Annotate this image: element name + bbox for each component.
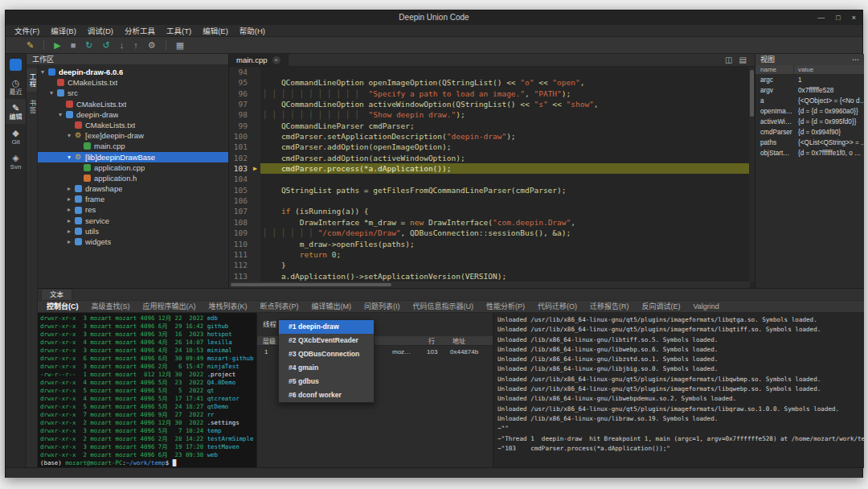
tree-item[interactable]: ▾deepin-draw-6.0.6 — [38, 67, 228, 77]
code-line-94[interactable]: 94 — [229, 67, 750, 77]
bottom-tab[interactable]: 代码信息指示器(U) — [407, 300, 480, 313]
restart-icon[interactable]: ↻ — [85, 41, 92, 50]
bottom-tab[interactable]: 迁移报告(R) — [584, 300, 635, 313]
tree-item[interactable]: ▾⚙[lib]deepinDrawBase — [38, 152, 228, 162]
tree-item[interactable]: ▸utils — [38, 226, 228, 236]
bottom-tab[interactable]: 堆栈列表(K) — [203, 300, 253, 313]
editor-hscrollbar[interactable] — [229, 281, 750, 288]
tree-item[interactable]: ▸drawshape — [38, 183, 228, 194]
settings-icon[interactable]: ⚙ — [148, 41, 156, 50]
bottom-tab[interactable]: 性能分析(P) — [481, 300, 530, 313]
tree-item[interactable]: ▸widgets — [38, 236, 228, 247]
tree-item[interactable]: application.h — [38, 173, 228, 183]
expand-arrow-icon[interactable]: ▾ — [41, 67, 48, 77]
thread-option[interactable]: #1 deepin-draw — [279, 320, 374, 334]
more-icon[interactable]: ⋯ — [852, 54, 859, 65]
expand-arrow-icon[interactable]: ▾ — [50, 88, 57, 98]
code-line-106[interactable]: 106 — [229, 195, 750, 206]
stop-icon[interactable]: ■ — [71, 41, 76, 50]
tree-item[interactable]: ▸frame — [38, 194, 228, 204]
run-icon[interactable]: ▶ — [54, 41, 60, 50]
menu-item[interactable]: 文件(F) — [9, 25, 45, 37]
variable-row[interactable]: paths{<QList<QString>> = … — [755, 138, 864, 148]
thread-option[interactable]: #2 QXcbEventReader — [279, 334, 374, 347]
variable-row[interactable]: a{<QObject> = {<No d… — [755, 96, 864, 106]
tree-item[interactable]: CMakeLists.txt — [38, 77, 228, 88]
code-line-103[interactable]: 103▶ cmdParser.process(*a.dApplication()… — [229, 163, 750, 174]
vscrollbar-thumb[interactable] — [750, 70, 754, 117]
titlebar[interactable]: Deepin Union Code — □ × — [6, 10, 862, 25]
sidebar-item-git[interactable]: ◆Git — [6, 124, 26, 149]
tree-item[interactable]: CMakeLists.txt — [38, 120, 228, 130]
hscrollbar-thumb[interactable] — [231, 283, 391, 286]
code-line-111[interactable]: 111 return 0; — [229, 249, 750, 260]
variable-row[interactable]: openIma…{d = {d = 0x9960a0}} — [755, 106, 864, 117]
tab-main-cpp[interactable]: main.cpp × — [229, 54, 289, 66]
expand-arrow-icon[interactable]: ▾ — [59, 109, 66, 120]
terminal[interactable]: drwxr-xr-x 3 mozart mozart 4096 12月 22 2… — [38, 313, 256, 468]
bottom-tab[interactable]: 应用程序输出(A) — [137, 300, 202, 313]
expand-arrow-icon[interactable]: ▸ — [68, 183, 75, 194]
bottom-tab[interactable]: Valgrind — [688, 300, 725, 313]
code-line-104[interactable]: 104 — [229, 174, 750, 184]
expand-arrow-icon[interactable]: ▸ — [68, 204, 75, 215]
apps-icon[interactable]: ▦ — [176, 41, 184, 50]
menu-item[interactable]: 帮助(H) — [234, 25, 271, 37]
thread-option[interactable]: #3 QDBusConnection — [279, 347, 374, 361]
expand-arrow-icon[interactable]: ▸ — [68, 236, 75, 247]
step-out-icon[interactable]: ↑ — [133, 41, 138, 50]
variable-row[interactable]: activeWi…{d = {d = 0x995fd0}} — [755, 117, 864, 127]
expand-arrow-icon[interactable]: ▸ — [68, 216, 75, 226]
close-tab-icon[interactable]: × — [272, 56, 280, 64]
bottom-tab[interactable]: 断点列表(P) — [255, 300, 305, 313]
code-line-96[interactable]: 96│ │ │ │ │ │ │ │ │ │ │ "Specify a path … — [229, 88, 750, 99]
code-view[interactable]: 9495 QCommandLineOption openImageOption(… — [229, 67, 750, 281]
tree-item[interactable]: ▾src — [38, 88, 228, 98]
code-line-100[interactable]: 100 cmdParser.setApplicationDescription(… — [229, 131, 750, 142]
code-line-98[interactable]: 98│ │ │ │ │ │ │ │ │ │ │ "Show deepin dra… — [229, 109, 750, 120]
thread-option[interactable]: #5 gdbus — [279, 375, 374, 388]
tree-item[interactable]: application.cpp — [38, 162, 228, 173]
app-logo-icon[interactable] — [10, 59, 22, 71]
sidebar-item-edit[interactable]: ✎编辑 — [6, 99, 26, 124]
expand-arrow-icon[interactable]: ▾ — [68, 152, 75, 162]
sidebar-item-recent[interactable]: ◷最近 — [6, 74, 26, 99]
code-line-108[interactable]: 108 DrawInterface *m_draw = new DrawInte… — [229, 217, 750, 228]
bottom-tab[interactable]: 代码迁移(O) — [532, 300, 583, 313]
close-icon[interactable]: × — [852, 14, 856, 22]
split-editor-icon[interactable]: ◫ — [725, 55, 732, 64]
tab-text[interactable]: 文本 — [41, 289, 72, 300]
minimize-icon[interactable]: — — [817, 14, 825, 22]
code-line-105[interactable]: 105 QStringList paths = getFilesFromQCom… — [229, 185, 750, 195]
tree-item[interactable]: CMakeLists.txt — [38, 99, 228, 109]
bottom-tab[interactable]: 问题列表(I) — [358, 300, 406, 313]
menu-item[interactable]: 调试(D) — [82, 25, 119, 37]
workspace-side-tab[interactable]: 工程 — [27, 68, 37, 92]
expand-arrow-icon[interactable]: ▸ — [68, 194, 75, 204]
tree-item[interactable]: ▾deepin-draw — [38, 109, 228, 120]
step-into-icon[interactable]: ↓ — [120, 41, 125, 50]
variable-row[interactable]: objStart…{d = 0x7ffffffe1f0, o … — [755, 148, 864, 158]
bottom-tab[interactable]: 反向调试(E) — [637, 300, 686, 313]
tree-item[interactable]: ▸res — [38, 204, 228, 215]
expand-arrow-icon[interactable]: ▾ — [68, 130, 75, 141]
tree-item[interactable]: ▸service — [38, 216, 228, 226]
code-line-99[interactable]: 99 QCommandLineParser cmdParser; — [229, 121, 750, 131]
editor-list-icon[interactable]: ▤ — [739, 55, 747, 64]
code-line-101[interactable]: 101 cmdParser.addOption(openImageOption)… — [229, 142, 750, 152]
variable-row[interactable]: cmdParser{d = 0x994f90} — [755, 127, 864, 138]
menu-item[interactable]: 编译(B) — [45, 25, 82, 37]
continue-icon[interactable]: ↺ — [103, 41, 110, 50]
code-line-97[interactable]: 97 QCommandLineOption activeWindowOption… — [229, 99, 750, 109]
menu-item[interactable]: 分析工具 — [119, 25, 161, 37]
code-line-109[interactable]: 109│ │ │ │ │ │ "/com/deepin/Draw", QDBus… — [229, 228, 750, 238]
sidebar-item-svn[interactable]: ◈Svn — [6, 149, 26, 174]
tree-item[interactable]: ▾⚙[exe]deepin-draw — [38, 130, 228, 141]
code-line-107[interactable]: 107 if (isRunning(a)) { — [229, 206, 750, 216]
bottom-tab[interactable]: 控制台(C) — [41, 300, 84, 313]
edit-icon[interactable]: ✎ — [27, 41, 34, 50]
menu-item[interactable]: 编辑(E) — [197, 25, 234, 37]
code-line-95[interactable]: 95 QCommandLineOption openImageOption(QS… — [229, 77, 750, 88]
code-line-112[interactable]: 112 } — [229, 260, 750, 270]
variable-row[interactable]: argv0x7ffffffe528 — [755, 85, 864, 96]
